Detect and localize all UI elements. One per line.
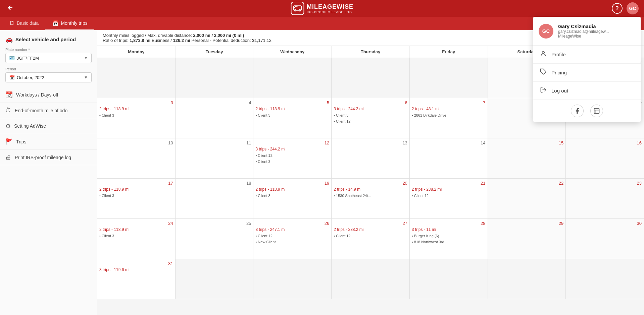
- cal-client: Client 12: [412, 193, 486, 199]
- period-value: October, 2022: [17, 75, 82, 80]
- cal-client: Client 3: [334, 113, 407, 119]
- svg-rect-7: [594, 109, 599, 114]
- cal-date: 10: [99, 140, 173, 145]
- cal-cell[interactable]: 11: [176, 138, 254, 179]
- cal-trips-label: 2 trips - 118.9 mi: [99, 107, 173, 111]
- cal-date: 6: [334, 100, 407, 105]
- cal-cell[interactable]: 4: [176, 98, 254, 138]
- cal-cell[interactable]: 14: [410, 138, 488, 179]
- dropdown-user-name: Gary Csizmadia: [558, 23, 635, 29]
- sidebar-item-trips[interactable]: 🚩 Trips: [0, 134, 97, 150]
- sidebar-item-workdays[interactable]: 📆 Workdays / Days-off: [0, 87, 97, 103]
- cal-cell[interactable]: 192 trips - 118.9 miClient 3: [253, 179, 332, 219]
- period-label: Period: [5, 67, 92, 71]
- cal-cell[interactable]: 16: [566, 138, 644, 179]
- facebook-button[interactable]: [571, 105, 584, 117]
- cal-cell[interactable]: 25: [176, 219, 254, 259]
- cal-cell[interactable]: 10: [97, 138, 176, 179]
- cal-client: Client 3: [255, 193, 329, 199]
- period-select[interactable]: 📅 October, 2022 ▼: [5, 72, 92, 82]
- cal-client: Client 12: [334, 119, 407, 125]
- cal-client: Client 3: [255, 159, 329, 165]
- sidebar-item-odo[interactable]: ⏱ End-of-month mile of odo: [0, 103, 97, 118]
- dropdown-item-pricing[interactable]: Pricing: [533, 64, 641, 82]
- sidebar-item-adwise[interactable]: ⚙ Setting AdWise: [0, 118, 97, 134]
- cal-trips-label: 2 trips - 238.2 mi: [412, 187, 486, 192]
- cal-cell[interactable]: 202 trips - 14.9 mi1530 Southeast 24t...: [332, 179, 410, 219]
- cal-date: 14: [412, 140, 486, 145]
- cal-cell[interactable]: 172 trips - 118.9 miClient 3: [97, 179, 176, 219]
- day-monday: Monday: [97, 46, 176, 58]
- cal-client: 1530 Southeast 24t...: [334, 193, 407, 199]
- cal-cell[interactable]: 242 trips - 118.9 miClient 3: [97, 219, 176, 259]
- cal-date: 31: [99, 261, 173, 266]
- cal-cell[interactable]: 15: [488, 138, 566, 179]
- cal-cell[interactable]: 283 trips - 11 miBurger King (6)818 Nort…: [410, 219, 488, 259]
- cal-cell: [332, 259, 410, 299]
- blog-button[interactable]: [590, 105, 603, 117]
- cal-client: 2861 Birkdale Drive: [412, 113, 486, 119]
- top-nav: MILEAGEWISE IRS-PROOF MILEAGE LOG ? GC: [0, 0, 644, 17]
- logo: MILEAGEWISE IRS-PROOF MILEAGE LOG: [291, 2, 353, 15]
- cal-cell[interactable]: 29: [488, 219, 566, 259]
- adwise-label: Setting AdWise: [14, 123, 46, 129]
- cal-cell[interactable]: 123 trips - 244.2 miClient 12Client 3: [253, 138, 332, 179]
- dropdown-user-header: GC Gary Csizmadia gary.csizmadia@mileage…: [533, 17, 641, 46]
- cal-cell[interactable]: 18: [176, 179, 254, 219]
- tab-monthly-trips[interactable]: 📅 Monthly trips: [45, 17, 94, 30]
- adwise-icon: ⚙: [5, 122, 11, 130]
- cal-trips-label: 3 trips - 244.2 mi: [334, 107, 407, 111]
- cal-trips-label: 2 trips - 118.9 mi: [255, 187, 329, 192]
- cal-date: 13: [334, 140, 407, 145]
- cal-trips-label: 2 trips - 14.9 mi: [334, 187, 407, 192]
- dropdown-item-logout[interactable]: Log out: [533, 82, 641, 100]
- app-subtitle: IRS-PROOF MILEAGE LOG: [307, 10, 353, 14]
- user-avatar-button[interactable]: GC: [627, 2, 639, 14]
- dropdown-user-app: MileageWise: [558, 34, 635, 39]
- dropdown-user-info: Gary Csizmadia gary.csizmadia@mileagew..…: [558, 23, 635, 39]
- cal-cell[interactable]: 72 trips - 48.1 mi2861 Birkdale Drive: [410, 98, 488, 138]
- cal-date: 26: [255, 221, 329, 226]
- cal-cell: [176, 58, 254, 98]
- cal-cell[interactable]: 313 trips - 119.6 mi: [97, 259, 176, 299]
- back-button[interactable]: [5, 4, 13, 13]
- day-tuesday: Tuesday: [176, 46, 254, 58]
- cal-date: 23: [568, 181, 642, 186]
- trips-label: Trips: [16, 139, 27, 144]
- cal-cell[interactable]: 13: [332, 138, 410, 179]
- cal-date: 21: [412, 181, 486, 186]
- cal-cell[interactable]: 272 trips - 238.2 miClient 12: [332, 219, 410, 259]
- cal-cell[interactable]: 212 trips - 238.2 miClient 12: [410, 179, 488, 219]
- profile-label: Profile: [551, 52, 566, 57]
- dropdown-item-profile[interactable]: Profile: [533, 46, 641, 64]
- odo-icon: ⏱: [5, 107, 11, 114]
- sidebar-section-label: Select vehicle and period: [15, 37, 76, 42]
- cal-cell[interactable]: 30: [566, 219, 644, 259]
- dropdown-avatar: GC: [539, 24, 553, 39]
- plate-select[interactable]: 🪪 JGF7FF2M ▼: [5, 53, 92, 63]
- tab-basic-data-label: Basic data: [17, 20, 39, 26]
- cal-trips-label: 2 trips - 238.2 mi: [334, 227, 407, 232]
- cal-cell[interactable]: 263 trips - 247.1 miClient 12New Client: [253, 219, 332, 259]
- help-button[interactable]: ?: [612, 3, 623, 14]
- cal-cell[interactable]: 63 trips - 244.2 miClient 3Client 12: [332, 98, 410, 138]
- day-wednesday: Wednesday: [253, 46, 332, 58]
- cal-cell[interactable]: 22: [488, 179, 566, 219]
- cal-client: Client 3: [99, 193, 173, 199]
- workdays-icon: 📆: [5, 91, 13, 99]
- workdays-label: Workdays / Days-off: [16, 92, 58, 98]
- cal-date: 3: [99, 100, 173, 105]
- tab-basic-data[interactable]: 🗒 Basic data: [3, 17, 45, 30]
- cal-client: Client 12: [334, 233, 407, 239]
- day-thursday: Thursday: [332, 46, 410, 58]
- calendar-icon: 📅: [9, 75, 15, 80]
- cal-date: 7: [412, 100, 486, 105]
- cal-cell[interactable]: 52 trips - 118.9 miClient 3: [253, 98, 332, 138]
- cal-cell[interactable]: 23: [566, 179, 644, 219]
- sidebar-item-print[interactable]: 🖨 Print IRS-proof mileage log: [0, 150, 97, 165]
- plate-form-group: Plate number * 🪪 JGF7FF2M ▼: [0, 46, 97, 65]
- logout-label: Log out: [551, 88, 568, 93]
- cal-cell[interactable]: 32 trips - 118.9 miClient 3: [97, 98, 176, 138]
- logo-text: MILEAGEWISE IRS-PROOF MILEAGE LOG: [307, 3, 353, 14]
- cal-client: Client 12: [255, 233, 329, 239]
